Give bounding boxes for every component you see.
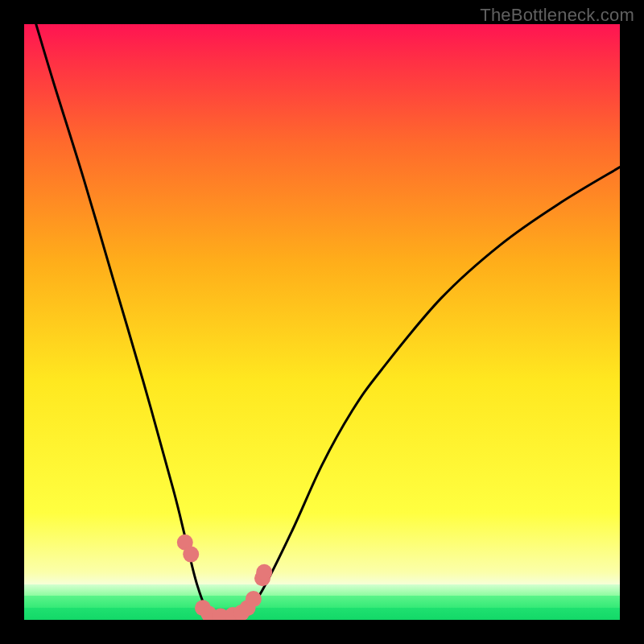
marker-point xyxy=(256,564,272,580)
bottleneck-curve xyxy=(36,24,620,620)
curve-layer xyxy=(24,24,620,620)
chart-frame: TheBottleneck.com xyxy=(0,0,644,644)
marker-point xyxy=(246,591,262,607)
marker-point xyxy=(183,547,199,563)
plot-area xyxy=(24,24,620,620)
watermark-text: TheBottleneck.com xyxy=(480,5,634,26)
